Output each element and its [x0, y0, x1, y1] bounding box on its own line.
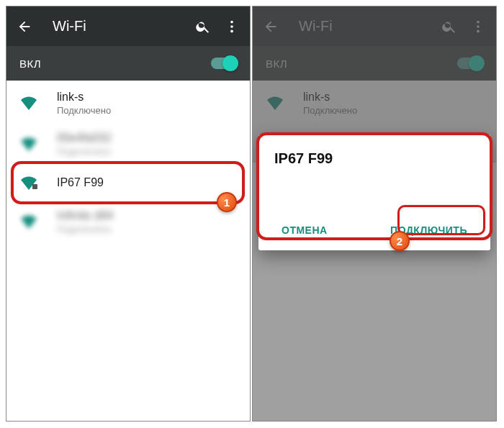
callout-highlight-1 [11, 161, 245, 204]
screen-left: Wi-Fi ВКЛ link-s Подключено 00e4fa032 По… [6, 6, 251, 422]
network-status: Подключено [57, 105, 237, 116]
wifi-icon [19, 94, 38, 112]
svg-point-2 [230, 29, 233, 32]
search-icon[interactable] [195, 19, 211, 35]
wifi-icon [19, 135, 38, 153]
callout-highlight-connect [397, 205, 485, 235]
callout-badge-1: 1 [217, 192, 237, 212]
network-status: Подключено [57, 224, 237, 235]
network-ssid: link-s [57, 91, 237, 104]
network-ssid: 00e4fa032 [57, 132, 237, 145]
screen-right: Wi-Fi ВКЛ link-s Подключено 00e4fa032 IP… [252, 6, 497, 422]
toggle-switch[interactable] [211, 58, 237, 69]
page-title: Wi-Fi [53, 18, 182, 35]
svg-point-0 [230, 20, 233, 23]
network-list: link-s Подключено 00e4fa032 Подключено I… [6, 81, 250, 240]
overflow-icon[interactable] [224, 19, 240, 35]
network-item-blur-2[interactable]: Infinite d84 Подключено [6, 203, 250, 240]
network-item-link-s[interactable]: link-s Подключено [6, 81, 250, 125]
network-item-blur-1[interactable]: 00e4fa032 Подключено [6, 125, 250, 163]
callout-badge-2: 2 [390, 231, 410, 251]
toggle-label: ВКЛ [19, 58, 211, 70]
network-status: Подключено [57, 146, 237, 157]
wifi-toggle-row[interactable]: ВКЛ [6, 46, 250, 81]
svg-point-1 [230, 25, 233, 28]
appbar: Wi-Fi [6, 6, 250, 46]
network-ssid: Infinite d84 [57, 209, 237, 222]
wifi-icon [19, 212, 38, 231]
back-icon[interactable] [17, 19, 32, 35]
